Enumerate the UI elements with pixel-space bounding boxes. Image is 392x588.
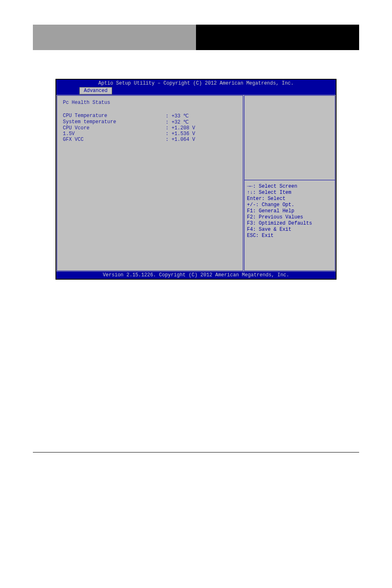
key-enter-select: Enter: Select bbox=[247, 196, 332, 202]
key-previous-values: F2: Previous Values bbox=[247, 214, 332, 220]
health-label: 1.5V bbox=[63, 131, 166, 137]
bios-tab-row: Advanced bbox=[56, 87, 336, 94]
bios-window: Aptio Setup Utility – Copyright (C) 2012… bbox=[55, 79, 337, 280]
bios-right-panel: →←: Select Screen ↑↓: Select Item Enter:… bbox=[244, 95, 335, 271]
health-value: : +32 ℃ bbox=[166, 119, 189, 125]
bios-left-panel: Pc Health Status CPU Temperature : +33 ℃… bbox=[57, 95, 243, 271]
bios-footer-bar: Version 2.15.1226. Copyright (C) 2012 Am… bbox=[56, 271, 336, 279]
health-label: System temperature bbox=[63, 119, 166, 125]
tab-advanced-label: Advanced bbox=[84, 88, 108, 94]
health-value: : +1.536 V bbox=[166, 131, 195, 137]
tab-advanced[interactable]: Advanced bbox=[79, 87, 112, 94]
key-select-item: ↑↓: Select Item bbox=[247, 190, 332, 195]
health-row: CPU Temperature : +33 ℃ bbox=[63, 113, 237, 119]
health-value: : +1.208 V bbox=[166, 125, 195, 131]
key-general-help: F1: General Help bbox=[247, 208, 332, 214]
bios-help-area bbox=[244, 96, 335, 180]
health-label: CPU Vcore bbox=[63, 125, 166, 131]
health-row: GFX VCC : +1.064 V bbox=[63, 137, 237, 142]
header-left-band bbox=[33, 25, 196, 50]
key-esc-exit: ESC: Exit bbox=[247, 233, 332, 239]
health-row: System temperature : +32 ℃ bbox=[63, 119, 237, 125]
health-value: : +33 ℃ bbox=[166, 113, 189, 119]
page-header-band bbox=[33, 25, 359, 50]
health-row: CPU Vcore : +1.208 V bbox=[63, 125, 237, 131]
header-right-band bbox=[196, 25, 359, 50]
bios-footer-text: Version 2.15.1226. Copyright (C) 2012 Am… bbox=[103, 272, 289, 278]
health-row: 1.5V : +1.536 V bbox=[63, 131, 237, 137]
key-optimized-defaults: F3: Optimized Defaults bbox=[247, 220, 332, 226]
bios-title-text: Aptio Setup Utility – Copyright (C) 2012… bbox=[98, 80, 293, 86]
health-label: CPU Temperature bbox=[63, 113, 166, 119]
bios-body: Pc Health Status CPU Temperature : +33 ℃… bbox=[56, 94, 336, 271]
key-change-opt: +/-: Change Opt. bbox=[247, 202, 332, 208]
page-footer-rule bbox=[33, 452, 359, 452]
health-label: GFX VCC bbox=[63, 137, 166, 142]
key-save-exit: F4: Save & Exit bbox=[247, 227, 332, 232]
section-title: Pc Health Status bbox=[63, 100, 237, 106]
key-select-screen: →←: Select Screen bbox=[247, 184, 332, 189]
health-value: : +1.064 V bbox=[166, 137, 195, 142]
bios-title-bar: Aptio Setup Utility – Copyright (C) 2012… bbox=[56, 80, 336, 87]
bios-key-legend: →←: Select Screen ↑↓: Select Item Enter:… bbox=[244, 180, 335, 271]
